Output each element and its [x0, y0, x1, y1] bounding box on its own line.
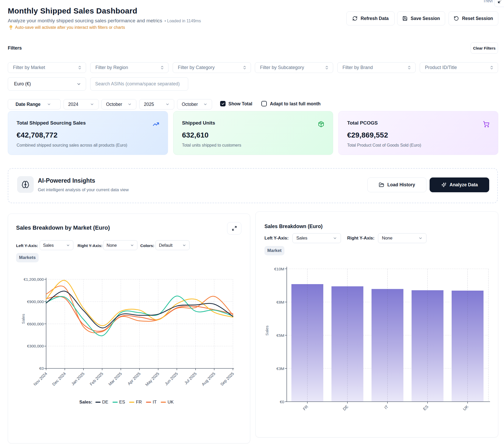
svg-text:Sep 2025: Sep 2025 [220, 371, 235, 387]
svg-text:€0: €0 [39, 366, 44, 371]
svg-text:Jan 2025: Jan 2025 [71, 371, 85, 386]
svg-text:€600,000: €600,000 [27, 322, 44, 326]
svg-text:Jun 2025: Jun 2025 [164, 371, 179, 386]
svg-text:DE: DE [342, 404, 349, 411]
svg-text:FR: FR [302, 404, 309, 411]
svg-text:€10M: €10M [274, 267, 284, 271]
svg-text:May 2025: May 2025 [144, 371, 160, 387]
svg-text:Mar 2025: Mar 2025 [108, 371, 123, 386]
svg-text:Feb 2025: Feb 2025 [89, 371, 104, 386]
svg-text:Sales: Sales [21, 314, 25, 324]
svg-text:€8M: €8M [276, 300, 284, 304]
svg-text:ES: ES [422, 404, 429, 411]
svg-text:€5M: €5M [276, 333, 284, 338]
svg-text:IT: IT [383, 404, 389, 410]
svg-text:Sales: Sales [265, 325, 269, 336]
svg-text:€300,000: €300,000 [27, 344, 44, 348]
svg-text:UK: UK [462, 404, 469, 412]
svg-text:Aug 2025: Aug 2025 [201, 371, 216, 387]
svg-text:Dec 2024: Dec 2024 [51, 371, 67, 387]
svg-text:Nov 2024: Nov 2024 [33, 371, 48, 387]
svg-text:€900,000: €900,000 [27, 299, 44, 304]
svg-text:€1,200,000: €1,200,000 [24, 277, 44, 282]
svg-text:€3M: €3M [276, 366, 284, 371]
svg-text:€0: €0 [280, 400, 284, 404]
svg-text:Apr 2025: Apr 2025 [127, 371, 142, 386]
svg-text:Jul 2025: Jul 2025 [184, 371, 197, 385]
